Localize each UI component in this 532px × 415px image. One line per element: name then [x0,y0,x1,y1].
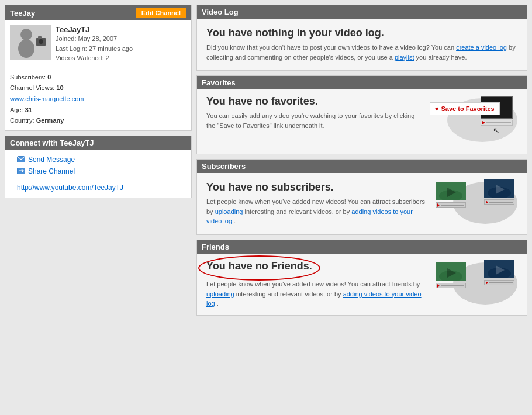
friends-section: Friends You have no Friends. Let people … [196,240,527,316]
friends-video-left [436,262,466,288]
video-log-section: Video Log You have nothing in your video… [196,5,527,71]
video-log-desc: Did you know that you don't have to post… [206,43,517,62]
friends-header: Friends [197,240,527,254]
subscribers-section: Subscribers You have no subscribers. Let… [196,159,527,235]
age-line: Age: 31 [10,105,186,116]
subscribers-desc: Let people know when you've added new vi… [206,197,430,226]
channel-box: TeeJay Edit Channel [5,5,192,131]
left-column: TeeJay Edit Channel [5,5,192,320]
friends-title: You have no Friends. [206,260,312,272]
send-message-item: Send Message [17,155,179,164]
profile-username: TeeJayTJ [56,25,186,34]
heart-icon: ♥ [435,105,439,112]
uploading-link-friends[interactable]: uploading [206,290,234,298]
video-thumb-2 [484,179,514,198]
favorites-graphic: ♥ Save to Favorites ↖ [430,95,517,148]
friends-thumb-1 [436,262,466,281]
svg-rect-5 [38,36,42,39]
friends-graphic [436,260,517,309]
favorites-title: You have no favorites. [206,95,424,108]
player-controls [481,120,513,126]
website-line: www.chris-marquette.com [10,94,186,105]
send-message-link[interactable]: Send Message [28,155,75,164]
profile-details: Subscribers: 0 Channel Views: 10 www.chr… [5,68,191,130]
share-channel-item: Share Channel [17,167,179,175]
channel-title: TeeJay [10,9,35,18]
connect-box: Connect with TeeJayTJ Send Message [5,136,192,198]
connect-header: Connect with TeeJayTJ [5,136,191,150]
friends-video-right [484,260,514,285]
subscribers-body: You have no subscribers. Let people know… [197,173,527,234]
uploading-link-sub[interactable]: uploading [215,208,243,215]
video-cluster-left [436,182,466,209]
favorites-desc: You can easily add any video you're watc… [206,111,424,130]
friends-thumb-2 [484,260,514,278]
edit-channel-button[interactable]: Edit Channel [136,8,186,18]
channel-url-link[interactable]: http://www.youtube.com/TeeJayTJ [17,184,123,192]
website-link[interactable]: www.chris-marquette.com [10,95,84,102]
video-cluster-right [484,179,514,206]
friends-desc: Let people know when you've added new vi… [206,279,430,309]
share-icon [17,168,25,174]
profile-info: TeeJayTJ Joined: May 28, 2007 Last Login… [56,25,186,63]
profile-last-login: Last Login: 27 minutes ago [56,44,186,54]
subscribers-content: You have no subscribers. Let people know… [206,181,430,226]
message-icon [17,156,25,162]
subscribers-graphic [436,179,517,229]
svg-point-4 [39,39,43,44]
favorites-section: Favorites You have no favorites. You can… [196,75,527,154]
video-log-title: You have nothing in your video log. [206,27,517,39]
favorites-body: You have no favorites. You can easily ad… [197,89,527,154]
subscribers-title: You have no subscribers. [206,181,430,193]
video-thumb-1 [436,182,466,200]
channel-views-line: Channel Views: 10 [10,82,186,94]
favorites-header: Favorites [197,76,527,89]
favorites-content: You have no favorites. You can easily ad… [206,95,424,130]
save-favorites-button[interactable]: ♥ Save to Favorites [430,102,500,115]
create-video-log-link[interactable]: create a video log [456,44,507,51]
connect-links: Send Message Share Channel [5,150,191,181]
friends-title-wrapper: You have no Friends. [206,260,312,276]
profile-section: TeeJayTJ Joined: May 28, 2007 Last Login… [5,20,191,68]
progress-bar [486,122,511,123]
friends-content: You have no Friends. Let people know whe… [206,260,430,309]
subscribers-line: Subscribers: 0 [10,72,186,83]
play-icon [482,121,485,124]
country-line: Country: Germany [10,115,186,126]
svg-point-2 [18,39,34,58]
subscribers-header: Subscribers [197,160,527,173]
right-column: Video Log You have nothing in your video… [196,5,527,320]
channel-header: TeeJay Edit Channel [5,5,191,20]
profile-joined: Joined: May 28, 2007 [56,34,186,44]
cursor-icon: ↖ [493,126,500,135]
friends-body: You have no Friends. Let people know whe… [197,254,527,315]
profile-videos-watched: Videos Watched: 2 [56,53,186,63]
playlist-link[interactable]: playlist [395,54,414,61]
video-log-body: You have nothing in your video log. Did … [197,19,527,70]
video-log-header: Video Log [197,5,527,19]
share-channel-link[interactable]: Share Channel [28,167,75,175]
svg-point-1 [20,29,32,40]
save-favorites-wrapper: ♥ Save to Favorites [430,102,500,115]
channel-url-section: http://www.youtube.com/TeeJayTJ [5,181,191,198]
avatar [10,25,51,60]
